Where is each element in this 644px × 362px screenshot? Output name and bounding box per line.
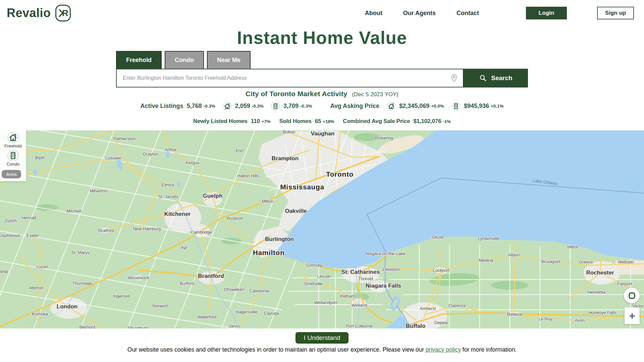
nav-contact[interactable]: Contact	[457, 10, 479, 17]
address-search	[116, 69, 464, 87]
map-label: Dashwood	[0, 233, 20, 238]
map-label: Arthur	[165, 147, 176, 152]
tab-near-me[interactable]: Near Me	[207, 51, 251, 69]
avg-asking-label: Avg Asking Price	[330, 103, 379, 110]
map-label: Belmont	[79, 324, 95, 329]
map-label: Ingersoll	[113, 294, 129, 299]
map-label: Ayr	[181, 245, 187, 250]
area-button[interactable]: Area	[2, 170, 21, 178]
map-labels: TorontoMississaugaHamiltonBramptonVaugha…	[0, 130, 644, 328]
map-label: Lucan	[36, 264, 48, 269]
building-icon	[271, 102, 280, 111]
listing-type-tabs: Freehold Condo Near Me	[116, 51, 528, 69]
combined-avg-value: $1,102,076	[413, 118, 441, 125]
avg-freehold-change: +0.0%	[431, 104, 444, 109]
login-button[interactable]: Login	[526, 7, 567, 19]
map-label: Hamilton	[253, 249, 285, 257]
square-icon	[628, 292, 636, 299]
market-title-text: City of Toronto Market Activity	[246, 90, 347, 98]
map-label: Brantford	[198, 273, 224, 280]
map-label: Puslinch	[226, 216, 243, 221]
map-label: Elmira	[162, 182, 174, 187]
nav-our-agents[interactable]: Our Agents	[403, 10, 436, 17]
freehold-layer-icon[interactable]	[7, 132, 19, 143]
cookie-bar: I Understand Our website uses cookies an…	[0, 328, 644, 362]
map-label: Jarvis	[228, 323, 240, 328]
map-label: Blyth	[35, 155, 45, 160]
cookie-accept-button[interactable]: I Understand	[296, 332, 349, 344]
map-label: Amherst	[420, 306, 436, 311]
map-label: Cayuga	[264, 311, 279, 316]
map[interactable]: TorontoMississaugaHamiltonBramptonVaugha…	[0, 130, 644, 328]
newly-listed-value: 110	[251, 118, 260, 125]
map-label: Palmerston	[113, 136, 136, 141]
map-label: Webster	[618, 259, 634, 264]
map-label: Waterford	[198, 314, 217, 319]
map-label: Brockport	[541, 259, 560, 264]
signup-button[interactable]: Sign up	[597, 7, 634, 19]
map-label: Ohsweken	[224, 287, 244, 292]
map-label: Clarence	[448, 303, 466, 308]
map-label: Honeoye Falls	[588, 310, 616, 315]
active-condo-change: -0.3%	[300, 104, 312, 109]
active-listings-total: 5,768	[186, 103, 202, 110]
map-label: Niagara-on-the-Lake	[365, 251, 405, 256]
privacy-policy-link[interactable]: privacy policy	[426, 346, 461, 353]
map-label: Port Colborne	[346, 323, 373, 328]
tab-condo[interactable]: Condo	[165, 51, 204, 69]
avg-condo-value: $945,936	[464, 103, 489, 110]
map-label: Fergus	[186, 160, 199, 165]
map-label: Lockport	[433, 268, 449, 273]
map-label: Thorndale	[72, 281, 92, 286]
map-label: Brampton	[272, 155, 299, 162]
map-label: Thorold	[358, 276, 373, 281]
market-period: (Dec 5 2023 YOY)	[352, 91, 398, 98]
stats-row-1: Active Listings 5,768 -0.3% 2,059 -0.3% …	[0, 102, 644, 111]
condo-layer-icon[interactable]	[7, 150, 19, 161]
sold-homes-value: 65	[315, 118, 321, 125]
map-label: Greece	[579, 259, 593, 264]
map-label: Hagersville	[236, 309, 257, 314]
main-nav: About Our Agents Contact Login Sign up	[365, 7, 634, 19]
brand-name: Revalio	[7, 6, 51, 20]
map-label: Albion	[508, 252, 520, 257]
map-label: Grimsby	[306, 263, 322, 268]
map-label: Bolton	[283, 130, 296, 134]
map-label: Fairport	[617, 281, 632, 286]
map-label: New Hamburg	[133, 226, 161, 231]
map-label: Medina	[479, 258, 493, 263]
brand-logo[interactable]: Revalio R	[7, 4, 71, 22]
active-listings-label: Active Listings	[140, 103, 183, 110]
map-label: Burford	[180, 281, 194, 286]
map-label: Drayton	[143, 152, 158, 157]
map-label: Halton Hills	[237, 173, 259, 178]
map-label: Lincoln	[317, 274, 331, 279]
map-label: Guelph	[203, 193, 223, 199]
active-condo-value: 3,709	[283, 103, 299, 110]
zoom-in-button[interactable]: +	[625, 307, 640, 324]
house-icon	[223, 102, 232, 111]
active-freehold-value: 2,059	[235, 103, 250, 110]
stats-row-2: Newly Listed Homes 110 +7% Sold Homes 65…	[0, 118, 644, 125]
map-label: Lyndonville	[478, 236, 500, 241]
search-section: Freehold Condo Near Me Search	[116, 51, 528, 87]
map-label: Hensall	[21, 215, 36, 220]
map-label: Parkhill	[0, 269, 8, 274]
newly-listed-label: Newly Listed Homes	[193, 118, 248, 125]
tab-freehold[interactable]: Freehold	[116, 51, 162, 69]
cookie-text-before: Our website uses cookies and other techn…	[127, 346, 426, 353]
nav-about[interactable]: About	[365, 10, 382, 17]
map-label: St. Marys	[71, 250, 90, 255]
map-label: Erin	[235, 148, 243, 153]
map-label: Burlington	[265, 236, 294, 243]
search-button[interactable]: Search	[464, 69, 528, 87]
map-label: Welland	[352, 303, 367, 308]
draw-area-button[interactable]	[624, 288, 640, 303]
map-label: Rochester	[586, 269, 614, 276]
map-label: Hilton	[567, 244, 578, 249]
map-label: Caledonia	[250, 288, 269, 293]
map-label: Kitchener	[164, 211, 191, 218]
address-search-input[interactable]	[116, 69, 464, 87]
map-label: London	[57, 303, 77, 310]
map-label: Avon	[575, 318, 584, 323]
